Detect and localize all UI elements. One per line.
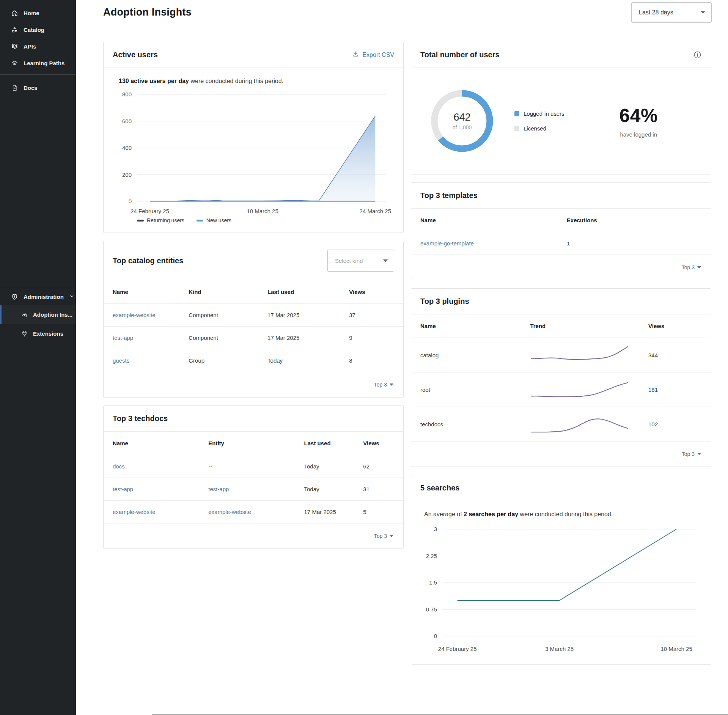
adoption-insights-icon — [21, 311, 28, 318]
table-cell: Component — [189, 335, 267, 341]
page-header: Adoption Insights Last 28 days — [76, 0, 728, 25]
table-cell: Component — [189, 312, 267, 318]
table-cell: Group — [189, 357, 267, 364]
catalog-entities-table: NameKindLast usedViews example-websiteCo… — [104, 280, 403, 397]
learning-paths-icon — [11, 60, 18, 67]
entity-link[interactable]: test-app — [113, 486, 208, 492]
table-row: example-go-template1 — [411, 232, 711, 255]
top3-select[interactable]: Top 3 — [104, 372, 403, 397]
date-range-select[interactable]: Last 28 days — [631, 2, 712, 23]
chevron-down-icon — [697, 266, 701, 269]
searches-chart: 00.751.52.25324 February 253 March 2510 … — [420, 522, 703, 654]
sidebar: HomeCatalogAPIsLearning Paths Docs Admin… — [0, 0, 76, 715]
sidebar-item-extensions[interactable]: Extensions — [0, 324, 76, 343]
table-cell: 62 — [363, 463, 394, 470]
docs-icon — [11, 84, 18, 91]
page-title: Adoption Insights — [103, 6, 192, 18]
select-kind-dropdown[interactable]: Select kind — [327, 250, 394, 272]
column-header: Views — [648, 323, 702, 329]
table-row: docs--Today62 — [104, 455, 403, 478]
sidebar-admin-section: Administration Adoption Ins...Extensions — [0, 288, 76, 343]
select-kind-placeholder: Select kind — [335, 258, 363, 264]
svg-text:200: 200 — [122, 171, 132, 178]
table-row: techdocs102 — [411, 407, 711, 442]
sidebar-item-catalog[interactable]: Catalog — [0, 21, 76, 38]
entity-link[interactable]: docs — [113, 463, 208, 470]
searches-summary: An average of 2 searches per day were co… — [411, 501, 711, 520]
entity-link[interactable]: example-website — [113, 312, 189, 318]
chevron-down-icon[interactable] — [69, 293, 75, 300]
sidebar-item-docs[interactable]: Docs — [0, 79, 76, 96]
top3-select[interactable]: Top 3 — [411, 442, 711, 467]
table-cell: root — [420, 387, 530, 393]
column-header: Name — [420, 323, 530, 329]
svg-text:2.25: 2.25 — [426, 553, 437, 559]
sidebar-item-adoption-ins[interactable]: Adoption Ins... — [0, 305, 76, 324]
table-body: docs--Today62test-apptest-appToday31exam… — [104, 455, 403, 523]
legend-label: Logged-in users — [524, 110, 564, 117]
table-cell: 1 — [567, 240, 702, 247]
table-cell: 344 — [648, 352, 702, 358]
info-icon[interactable] — [693, 50, 702, 59]
sidebar-item-label: Adoption Ins... — [33, 311, 72, 318]
card-title: Active users — [113, 50, 158, 59]
entity-link[interactable]: test-app — [208, 486, 304, 492]
table-header-row: NameTrendViews — [411, 314, 711, 338]
trend-cell — [530, 413, 648, 435]
legend-item: New users — [197, 217, 231, 223]
total-users-body: 642 of 1,000 Logged-in users Licensed — [411, 68, 711, 174]
trend-sparkline — [530, 413, 629, 435]
sidebar-item-home[interactable]: Home — [0, 5, 76, 21]
table-row: example-websiteComponent17 Mar 202537 — [104, 304, 403, 327]
table-row: test-appComponent17 Mar 20259 — [104, 327, 403, 349]
chevron-down-icon — [701, 11, 705, 14]
entity-link[interactable]: example-website — [113, 509, 208, 515]
top3-label: Top 3 — [682, 451, 695, 457]
column-header: Executions — [567, 217, 702, 223]
export-csv-label: Export CSV — [362, 52, 394, 58]
top-catalog-entities-card: Top catalog entities Select kind NameKin… — [103, 241, 404, 398]
entity-link[interactable]: example-website — [208, 509, 304, 515]
trend-sparkline — [530, 344, 629, 366]
sidebar-item-learning-paths[interactable]: Learning Paths — [0, 55, 76, 71]
entity-link[interactable]: guests — [113, 357, 189, 364]
column-header: Kind — [189, 289, 267, 295]
card-title: Top 3 templates — [420, 191, 478, 200]
entity-link[interactable]: test-app — [113, 335, 189, 341]
column-header: Views — [349, 289, 394, 295]
svg-text:0: 0 — [129, 198, 132, 204]
svg-text:1.5: 1.5 — [429, 579, 437, 586]
legend-swatch — [197, 220, 203, 222]
sidebar-item-apis[interactable]: APIs — [0, 38, 76, 55]
right-column: Total number of users 642 of 1,000 — [411, 42, 711, 665]
active-users-card: Active users Export CSV 130 active users… — [103, 42, 404, 233]
top3-select[interactable]: Top 3 — [411, 255, 711, 280]
main-area: Adoption Insights Last 28 days Active us… — [76, 0, 728, 715]
table-cell: 181 — [648, 387, 702, 393]
top3-select[interactable]: Top 3 — [104, 523, 403, 548]
top3-label: Top 3 — [682, 264, 695, 270]
active-users-legend: Returning usersNew users — [137, 217, 403, 223]
sidebar-nav-docs: Docs — [0, 75, 76, 99]
svg-text:0.75: 0.75 — [426, 606, 437, 613]
entity-link[interactable]: example-go-template — [420, 240, 567, 247]
techdocs-table: NameEntityLast usedViews docs--Today62te… — [104, 432, 403, 548]
svg-text:3 March 25: 3 March 25 — [545, 646, 574, 652]
svg-text:0: 0 — [434, 633, 437, 639]
svg-text:24 February 25: 24 February 25 — [131, 208, 169, 214]
sidebar-item-label: Learning Paths — [24, 60, 64, 66]
legend-swatch — [137, 220, 144, 222]
logged-in-percent-block: 64% have logged in — [619, 105, 658, 138]
card-title: Top catalog entities — [113, 256, 183, 265]
column-header: Trend — [530, 323, 648, 329]
svg-text:600: 600 — [122, 118, 132, 124]
svg-text:24 March 25: 24 March 25 — [360, 208, 391, 214]
table-row: guestsGroupToday8 — [104, 349, 403, 372]
top-templates-card: Top 3 templates NameExecutions example-g… — [411, 182, 711, 280]
legend-label: Licensed — [524, 125, 546, 132]
table-cell: -- — [208, 463, 304, 470]
table-cell: Today — [267, 357, 349, 364]
sidebar-item-administration[interactable]: Administration — [0, 288, 76, 305]
export-csv-button[interactable]: Export CSV — [352, 51, 394, 59]
logged-in-count: 642 — [453, 112, 470, 123]
